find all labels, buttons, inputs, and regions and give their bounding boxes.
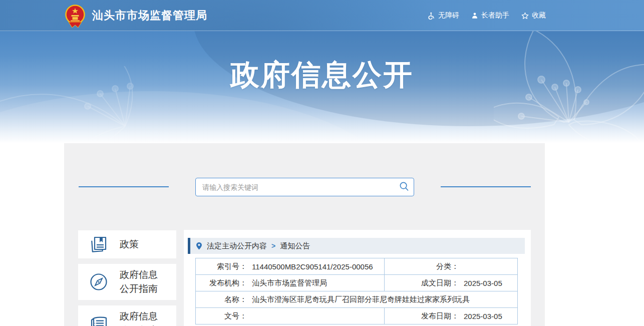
favorite-link[interactable]: 收藏	[521, 11, 546, 20]
doc-number-label: 文号：	[196, 311, 247, 321]
sidebar-item-label: 政府信息公开制度	[120, 309, 160, 326]
person-icon	[471, 12, 478, 19]
agency-label: 发布机构：	[196, 278, 247, 288]
written-date-label: 成文日期：	[385, 278, 459, 288]
document-name-cell: 名称： 汕头市澄海区菲尼奇玩具厂召回部分菲尼奇牌娃娃过家家系列玩具	[196, 291, 518, 308]
national-emblem-logo[interactable]	[64, 4, 87, 28]
magnifier-icon	[399, 181, 409, 193]
top-header-bar: 汕头市市场监督管理局 无障碍 长者助手	[0, 0, 644, 31]
document-name-value: 汕头市澄海区菲尼奇玩具厂召回部分菲尼奇牌娃娃过家家系列玩具	[247, 295, 470, 304]
publish-date-value: 2025-03-05	[459, 312, 502, 320]
doc-number-cell: 文号：	[196, 308, 385, 324]
site-title[interactable]: 汕头市市场监督管理局	[92, 0, 207, 31]
header-utility-links: 无障碍 长者助手 收藏	[428, 0, 546, 31]
breadcrumb-current[interactable]: 通知公告	[280, 241, 310, 251]
category-cell: 分类：	[385, 258, 518, 275]
written-date-value: 2025-03-05	[459, 279, 502, 287]
sidebar-item-policy[interactable]: 政策	[78, 230, 176, 258]
wheelchair-icon	[428, 12, 435, 20]
table-row: 文号： 发布日期： 2025-03-05	[196, 308, 518, 324]
agency-value: 汕头市市场监督管理局	[247, 278, 327, 288]
table-row: 名称： 汕头市澄海区菲尼奇玩具厂召回部分菲尼奇牌娃娃过家家系列玩具	[196, 291, 518, 308]
favorite-link-label: 收藏	[532, 11, 546, 20]
sidebar-item-gov-info-guide[interactable]: 政府信息公开指南	[78, 264, 176, 300]
category-label: 分类：	[385, 262, 459, 271]
decorative-line-right	[441, 186, 531, 187]
location-pin-icon	[196, 242, 202, 250]
book-icon	[89, 234, 109, 254]
elderly-assistant-link-label: 长者助手	[481, 11, 509, 20]
main-content-card: 法定主动公开内容 > 通知公告 索引号： 11440500MB2C905141/…	[184, 230, 531, 326]
table-row: 发布机构： 汕头市市场监督管理局 成文日期： 2025-03-05	[196, 275, 518, 291]
sidebar-item-label: 政府信息公开指南	[120, 268, 160, 296]
breadcrumb: 法定主动公开内容 > 通知公告	[188, 238, 525, 254]
publish-date-label: 发布日期：	[385, 311, 459, 321]
star-icon	[521, 12, 529, 20]
document-name-label: 名称：	[196, 295, 247, 304]
breadcrumb-parent[interactable]: 法定主动公开内容	[207, 241, 267, 251]
content-panel: 政策 政府信息公开指南	[64, 143, 545, 326]
accessibility-link[interactable]: 无障碍	[428, 11, 459, 20]
sidebar-item-label: 政策	[120, 237, 160, 251]
elderly-assistant-link[interactable]: 长者助手	[471, 11, 509, 20]
ledger-icon	[89, 313, 109, 326]
agency-cell: 发布机构： 汕头市市场监督管理局	[196, 275, 385, 291]
sidebar-nav: 政策 政府信息公开指南	[78, 230, 176, 326]
accessibility-link-label: 无障碍	[438, 11, 459, 20]
publish-date-cell: 发布日期： 2025-03-05	[385, 308, 518, 324]
search-bar	[195, 178, 414, 196]
sidebar-item-gov-info-system[interactable]: 政府信息公开制度	[78, 305, 176, 326]
breadcrumb-separator: >	[271, 242, 275, 250]
document-info-table: 索引号： 11440500MB2C905141/2025-00056 分类： 发…	[195, 258, 518, 324]
search-button[interactable]	[395, 178, 414, 196]
index-number-cell: 索引号： 11440500MB2C905141/2025-00056	[196, 258, 385, 275]
index-number-label: 索引号：	[196, 262, 247, 271]
page-title: 政府信息公开	[0, 59, 644, 91]
index-number-value: 11440500MB2C905141/2025-00056	[247, 262, 373, 271]
compass-icon	[89, 272, 109, 292]
search-input[interactable]	[196, 183, 395, 191]
page-banner: 政府信息公开	[0, 31, 644, 143]
decorative-line-left	[79, 186, 169, 187]
table-row: 索引号： 11440500MB2C905141/2025-00056 分类：	[196, 258, 518, 275]
written-date-cell: 成文日期： 2025-03-05	[385, 275, 518, 291]
